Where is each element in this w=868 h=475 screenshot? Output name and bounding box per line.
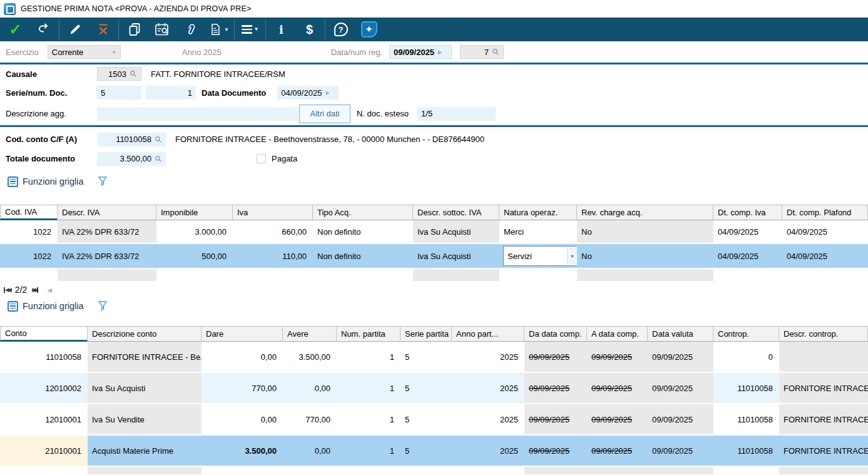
column-header[interactable]: Natura operaz. xyxy=(499,205,577,220)
undo-arrow-button[interactable] xyxy=(29,18,58,41)
table-cell[interactable] xyxy=(88,467,202,475)
num-reg-field[interactable]: 7 xyxy=(460,45,504,59)
info-button[interactable]: i xyxy=(267,18,295,41)
table-cell[interactable] xyxy=(337,467,401,475)
table-cell[interactable] xyxy=(648,467,713,475)
table-cell[interactable]: 04/09/2025 xyxy=(782,220,868,244)
table-cell[interactable]: 11010058 xyxy=(713,373,779,404)
first-page-icon[interactable]: ◀◀ xyxy=(4,287,10,293)
table-cell[interactable]: 2025 xyxy=(452,373,524,404)
filter-funnel-icon[interactable] xyxy=(98,300,108,312)
table-cell[interactable]: 11010058 xyxy=(713,436,779,467)
table-cell[interactable]: 09/09/2025 xyxy=(524,342,587,373)
table-cell[interactable] xyxy=(58,269,156,282)
table-cell[interactable]: 1 xyxy=(337,436,401,467)
table-cell[interactable]: 0,00 xyxy=(202,342,283,373)
delete-x-button[interactable] xyxy=(89,18,117,41)
data-reg-field[interactable]: 09/09/2025 ▶ xyxy=(389,45,452,59)
search-icon[interactable] xyxy=(492,48,499,56)
table-cell[interactable] xyxy=(577,269,713,282)
table-cell[interactable]: 770,00 xyxy=(283,404,337,436)
column-header[interactable]: Dare xyxy=(202,326,283,342)
empty-row[interactable] xyxy=(0,467,868,475)
table-cell[interactable] xyxy=(401,467,452,475)
table-cell[interactable]: 09/09/2025 xyxy=(587,436,648,467)
esercizio-dropdown[interactable]: Corrente ▼ xyxy=(48,45,121,59)
causale-code-field[interactable]: 1503 xyxy=(97,67,141,81)
column-header[interactable]: Descrizione conto xyxy=(88,326,202,342)
table-cell[interactable] xyxy=(713,467,779,475)
pagata-checkbox[interactable] xyxy=(257,154,266,163)
table-cell[interactable]: FORNITORE INTRACEE - Be... xyxy=(88,342,202,373)
empty-row[interactable] xyxy=(0,269,868,282)
table-cell[interactable]: 09/09/2025 xyxy=(587,342,648,373)
search-icon[interactable] xyxy=(130,70,137,78)
calendar-open-icon[interactable]: ▶ xyxy=(438,49,442,55)
table-cell[interactable]: 04/09/2025 xyxy=(713,220,782,244)
table-cell[interactable] xyxy=(202,467,283,475)
confirm-check-button[interactable]: ✓ xyxy=(1,18,29,41)
column-header[interactable]: Dt. comp. Iva xyxy=(713,205,782,220)
table-row[interactable]: 11010058FORNITORE INTRACEE - Be...0,003.… xyxy=(0,342,868,373)
table-cell[interactable]: 1 xyxy=(337,404,401,436)
table-cell[interactable]: 11010058 xyxy=(0,342,88,373)
column-header[interactable]: Descr. IVA xyxy=(58,205,156,220)
column-header[interactable]: Iva xyxy=(233,205,313,220)
table-cell[interactable]: 770,00 xyxy=(202,373,283,404)
table-cell[interactable]: Iva Su Acquisti xyxy=(413,220,499,244)
funzioni-griglia-label[interactable]: Funzioni griglia xyxy=(23,176,84,186)
column-header[interactable]: Da data comp. xyxy=(524,326,587,342)
table-cell[interactable]: 110,00 xyxy=(233,244,313,269)
copy-pages-button[interactable] xyxy=(120,18,148,41)
table-cell[interactable]: FORNITORE INTRACEE... xyxy=(779,373,868,404)
document-menu-button[interactable]: ▼ xyxy=(205,18,233,41)
table-cell[interactable]: 5 xyxy=(401,342,452,373)
table-cell[interactable] xyxy=(0,467,88,475)
calendar-open-icon[interactable]: ▶ xyxy=(325,90,329,96)
table-row[interactable]: 21010001Acquisti Materie Prime3.500,000,… xyxy=(0,436,868,467)
table-cell[interactable]: 2025 xyxy=(452,342,524,373)
funzioni-griglia-label[interactable]: Funzioni griglia xyxy=(23,301,84,311)
table-cell[interactable]: Non definito xyxy=(313,220,413,244)
descrizione-agg-field[interactable] xyxy=(97,107,299,121)
table-cell[interactable]: 09/09/2025 xyxy=(524,436,587,467)
table-cell[interactable]: FORNITORE INTRACEE... xyxy=(779,404,868,436)
chevron-down-icon[interactable]: ▼ xyxy=(567,247,577,265)
table-cell[interactable]: IVA 22% DPR 633/72 xyxy=(58,220,156,244)
column-header[interactable]: Serie partita xyxy=(401,326,452,342)
table-cell[interactable]: 1022 xyxy=(0,220,58,244)
table-cell[interactable] xyxy=(779,467,868,475)
table-row[interactable]: 12010002Iva Su Acquisti770,000,001520250… xyxy=(0,373,868,404)
table-cell[interactable]: 5 xyxy=(401,404,452,436)
table-cell[interactable]: Non definito xyxy=(313,244,413,269)
table-cell[interactable]: 09/09/2025 xyxy=(587,373,648,404)
table-row[interactable]: 1022IVA 22% DPR 633/72500,00110,00Non de… xyxy=(0,244,868,269)
help-question-button[interactable]: ? xyxy=(327,18,355,41)
table-cell[interactable]: 660,00 xyxy=(233,220,313,244)
cod-conto-field[interactable]: 11010058 xyxy=(97,133,166,146)
table-cell[interactable]: Iva Su Acquisti xyxy=(413,244,499,269)
column-header[interactable]: Conto xyxy=(0,326,88,342)
table-cell[interactable]: FORNITORE INTRACEE xyxy=(779,436,868,467)
attachment-paperclip-button[interactable] xyxy=(176,18,205,41)
column-header[interactable]: Descr. sottoc. IVA xyxy=(413,205,499,220)
column-header[interactable]: Imponibile xyxy=(156,205,233,220)
column-header[interactable]: Avere xyxy=(283,326,337,342)
table-cell[interactable]: 12010002 xyxy=(0,373,88,404)
search-icon[interactable] xyxy=(155,136,162,143)
column-header[interactable]: Rev. charge acq. xyxy=(577,205,713,220)
column-header[interactable]: A data comp. xyxy=(587,326,648,342)
table-row[interactable]: 1022IVA 22% DPR 633/723.000,00660,00Non … xyxy=(0,220,868,244)
table-cell[interactable] xyxy=(313,269,413,282)
grid-menu-icon[interactable] xyxy=(8,301,18,312)
table-cell[interactable]: 5 xyxy=(401,373,452,404)
table-cell[interactable]: 12010001 xyxy=(0,404,88,436)
altri-dati-button[interactable]: Altri dati xyxy=(299,105,350,123)
table-cell[interactable]: 500,00 xyxy=(156,244,233,269)
column-header[interactable]: Num. partita xyxy=(337,326,401,342)
serie-field[interactable]: 5 xyxy=(97,86,141,100)
table-cell[interactable] xyxy=(233,269,313,282)
table-row[interactable]: 12010001Iva Su Vendite0,00770,0015202509… xyxy=(0,404,868,436)
search-icon[interactable] xyxy=(155,155,162,163)
num-doc-field[interactable]: 1 xyxy=(146,86,196,100)
